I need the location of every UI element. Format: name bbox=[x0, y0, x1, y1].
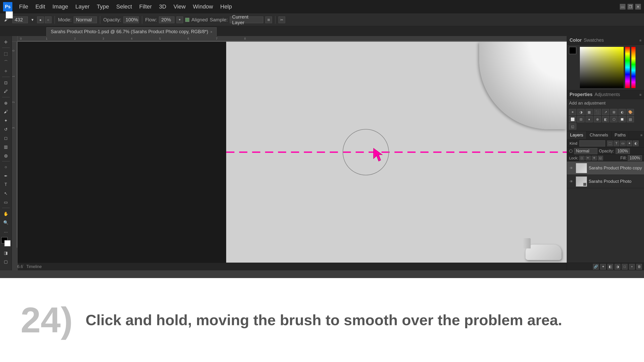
layer-visibility-0[interactable]: 👁 bbox=[569, 165, 574, 171]
adj-btn-15[interactable]: 🔲 bbox=[618, 116, 626, 122]
delete-layer-btn[interactable]: 🗑 bbox=[636, 264, 642, 270]
kind-dropdown[interactable] bbox=[579, 140, 605, 146]
menu-filter[interactable]: Filter bbox=[135, 2, 155, 11]
healing-brush-tool[interactable]: ⊕ bbox=[1, 99, 11, 107]
marquee-tool[interactable]: ⬚ bbox=[1, 50, 11, 57]
flow-value[interactable]: 20% bbox=[159, 16, 174, 23]
close-button[interactable]: ✕ bbox=[635, 4, 641, 10]
tab-paths[interactable]: Paths bbox=[612, 131, 629, 139]
sample-value[interactable]: Current Layer bbox=[230, 16, 263, 23]
quick-select-tool[interactable]: ✧ bbox=[1, 67, 11, 75]
tab-channels[interactable]: Channels bbox=[587, 131, 612, 139]
maximize-button[interactable]: ❐ bbox=[628, 4, 633, 10]
lock-transparent-btn[interactable]: ◻ bbox=[579, 156, 584, 160]
layer-row-1[interactable]: 👁 Sarahs Product Photo bbox=[567, 175, 644, 188]
fg-bg-colors[interactable] bbox=[1, 237, 11, 246]
canvas-area[interactable]: 0 1 2 3 4 5 6 7 8 0 1 2 3 bbox=[12, 36, 567, 270]
opacity-value[interactable]: 100% bbox=[123, 16, 139, 23]
adj-btn-14[interactable]: ⬡ bbox=[610, 116, 617, 122]
adj-btn-2[interactable]: ◑ bbox=[577, 109, 584, 115]
brush-size-value[interactable]: 432 bbox=[12, 16, 28, 23]
blur-tool[interactable]: ◍ bbox=[1, 152, 11, 159]
brush-icon-solid[interactable]: ● bbox=[37, 16, 44, 23]
color-spectrum[interactable] bbox=[580, 47, 624, 88]
adj-btn-3[interactable]: ▦ bbox=[586, 109, 593, 115]
crop-tool[interactable]: ⊡ bbox=[1, 79, 11, 87]
tab-layers[interactable]: Layers bbox=[567, 131, 587, 139]
adj-btn-13[interactable]: ◧ bbox=[602, 116, 609, 122]
adjustments-title[interactable]: Adjustments bbox=[595, 92, 620, 97]
lasso-tool[interactable]: ⌒ bbox=[1, 58, 11, 66]
color-panel-close[interactable]: ≡ bbox=[639, 38, 641, 42]
sample-icon[interactable]: ⊞ bbox=[265, 16, 272, 23]
eyedropper-tool[interactable]: 🖉 bbox=[1, 88, 11, 95]
doc-tab[interactable]: Sarahs Product Photo-1.psd @ 66.7% (Sara… bbox=[46, 27, 217, 36]
lock-artboard-btn[interactable]: ◱ bbox=[598, 156, 603, 160]
menu-file[interactable]: File bbox=[15, 2, 32, 11]
color-hue-bar[interactable] bbox=[625, 47, 630, 88]
text-tool[interactable]: T bbox=[1, 181, 11, 188]
menu-image[interactable]: Image bbox=[49, 2, 72, 11]
brush-tool[interactable]: 🖌 bbox=[1, 108, 11, 116]
add-style-btn[interactable]: ✦ bbox=[600, 264, 606, 270]
add-mask-btn[interactable]: ◧ bbox=[607, 264, 613, 270]
brush-preset-icon[interactable]: ▾ bbox=[30, 17, 35, 23]
adj-btn-11[interactable]: ♦ bbox=[586, 116, 593, 122]
minimize-button[interactable]: — bbox=[620, 4, 625, 10]
hand-tool[interactable]: ✋ bbox=[1, 210, 11, 218]
history-brush-tool[interactable]: ↺ bbox=[1, 125, 11, 133]
blend-mode-dropdown[interactable]: Normal bbox=[574, 148, 597, 154]
menu-window[interactable]: Window bbox=[189, 2, 217, 11]
layer-type-smart[interactable]: ✦ bbox=[626, 141, 632, 146]
properties-title[interactable]: Properties bbox=[570, 92, 592, 97]
move-tool[interactable]: ✛ bbox=[1, 38, 11, 46]
mode-value[interactable]: Normal bbox=[74, 16, 97, 23]
airbrush-icon[interactable]: ✦ bbox=[176, 16, 183, 23]
bg-color-swatch[interactable] bbox=[6, 11, 13, 19]
quick-mask-tool[interactable]: ◨ bbox=[1, 249, 11, 257]
new-group-btn[interactable]: □ bbox=[622, 264, 628, 270]
adj-btn-4[interactable]: ⬛ bbox=[594, 109, 601, 115]
new-fill-adj-btn[interactable]: ◑ bbox=[615, 264, 620, 270]
layer-type-shape[interactable]: ▭ bbox=[620, 141, 626, 146]
gradient-tool[interactable]: ▥ bbox=[1, 143, 11, 151]
background-color[interactable] bbox=[4, 240, 11, 246]
menu-layer[interactable]: Layer bbox=[72, 2, 93, 11]
adj-btn-7[interactable]: ◐ bbox=[618, 109, 626, 115]
color-extra-bar[interactable] bbox=[631, 47, 635, 88]
menu-view[interactable]: View bbox=[170, 2, 189, 11]
adj-btn-8[interactable]: 🎨 bbox=[627, 109, 634, 115]
zoom-tool[interactable]: 🔍 bbox=[1, 219, 11, 226]
lock-position-btn[interactable]: ✛ bbox=[592, 156, 597, 160]
menu-edit[interactable]: Edit bbox=[32, 2, 49, 11]
more-tools[interactable]: … bbox=[1, 227, 11, 235]
adj-btn-6[interactable]: ⊞ bbox=[610, 109, 617, 115]
screen-mode-tool[interactable]: ▢ bbox=[1, 258, 11, 265]
adj-btn-16[interactable]: ▤ bbox=[627, 116, 634, 122]
tab-close-button[interactable]: × bbox=[210, 30, 212, 34]
color-panel-title[interactable]: Color bbox=[570, 38, 582, 43]
path-select-tool[interactable]: ↖ bbox=[1, 189, 11, 197]
adj-btn-17[interactable]: ◱ bbox=[569, 123, 576, 130]
pen-tool[interactable]: ✒ bbox=[1, 172, 11, 180]
layer-type-adj[interactable]: ◐ bbox=[633, 141, 639, 146]
layer-type-text[interactable]: T bbox=[614, 141, 619, 146]
lock-pixels-btn[interactable]: ✏ bbox=[586, 156, 591, 160]
menu-3d[interactable]: 3D bbox=[155, 2, 170, 11]
adj-btn-1[interactable]: ☀ bbox=[569, 109, 576, 115]
layer-visibility-1[interactable]: 👁 bbox=[569, 179, 574, 184]
layer-row-0[interactable]: 👁 Sarahs Product Photo copy bbox=[567, 161, 644, 175]
menu-select[interactable]: Select bbox=[113, 2, 135, 11]
new-layer-btn[interactable]: + bbox=[629, 264, 635, 270]
heal-icon[interactable]: ✂ bbox=[278, 16, 285, 23]
menu-type[interactable]: Type bbox=[93, 2, 113, 11]
adj-btn-10[interactable]: ⊟ bbox=[577, 116, 584, 122]
layer-type-pixel[interactable]: ⬚ bbox=[607, 141, 613, 146]
link-layers-btn[interactable]: 🔗 bbox=[593, 264, 599, 270]
adj-btn-9[interactable]: ⬜ bbox=[569, 116, 576, 122]
adj-panel-close[interactable]: ≡ bbox=[639, 93, 641, 97]
adj-btn-12[interactable]: ⊕ bbox=[594, 116, 601, 122]
layers-panel-close-btn[interactable]: ≡ bbox=[640, 133, 642, 137]
fill-value[interactable]: 100% bbox=[628, 155, 642, 161]
menu-help[interactable]: Help bbox=[217, 2, 235, 11]
